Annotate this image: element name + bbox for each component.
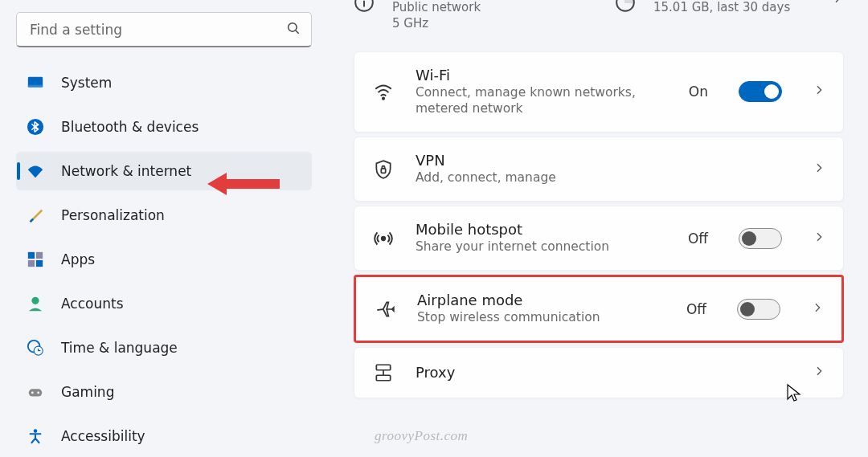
- chevron-right-icon: [813, 365, 825, 381]
- svg-point-15: [34, 429, 38, 433]
- paintbrush-icon: [26, 206, 45, 225]
- chevron-right-icon: [813, 84, 825, 100]
- sidebar-item-network[interactable]: Network & internet: [16, 152, 312, 190]
- airplane-highlight: Airplane mode Stop wireless communicatio…: [354, 275, 844, 343]
- sidebar-item-label: System: [61, 75, 112, 91]
- airplane-toggle[interactable]: [737, 299, 780, 320]
- svg-rect-7: [28, 260, 35, 267]
- gamepad-icon: [26, 382, 45, 402]
- card-title: VPN: [416, 152, 782, 169]
- sidebar-item-gaming[interactable]: Gaming: [16, 373, 312, 411]
- data-usage-icon: [615, 0, 636, 16]
- sidebar-item-system[interactable]: System: [16, 63, 312, 102]
- person-icon: [26, 294, 45, 313]
- svg-line-1: [296, 31, 299, 34]
- card-title: Proxy: [416, 364, 782, 381]
- card-title: Airplane mode: [417, 292, 665, 308]
- search-input[interactable]: [16, 12, 312, 47]
- hotspot-icon: [372, 228, 395, 249]
- search-field: [16, 12, 312, 47]
- sidebar-item-accounts[interactable]: Accounts: [16, 284, 312, 323]
- data-usage-tile[interactable]: Data usage 15.01 GB, last 30 days: [615, 0, 844, 32]
- proxy-card[interactable]: Proxy: [354, 347, 844, 398]
- card-sub: Stop wireless communication: [417, 309, 665, 326]
- card-sub: Add, connect, manage: [416, 169, 782, 186]
- sidebar-item-label: Accessibility: [61, 428, 145, 444]
- tile-sub: 5 GHz: [392, 15, 481, 31]
- chevron-right-icon: [813, 161, 825, 177]
- wifi-toggle[interactable]: [739, 81, 782, 102]
- svg-rect-23: [376, 365, 390, 370]
- sidebar-item-accessibility[interactable]: Accessibility: [16, 417, 312, 455]
- card-title: Mobile hotspot: [416, 221, 667, 238]
- wifi-icon: [26, 161, 45, 181]
- airplane-card[interactable]: Airplane mode Stop wireless communicatio…: [356, 277, 841, 341]
- card-sub: Share your internet connection: [416, 239, 667, 255]
- airplane-icon: [374, 299, 396, 320]
- sidebar-item-label: Personalization: [61, 207, 165, 223]
- card-title: Wi-Fi: [416, 67, 668, 84]
- svg-rect-24: [376, 375, 390, 381]
- info-icon: [354, 0, 375, 16]
- hotspot-toggle[interactable]: [739, 228, 782, 249]
- svg-rect-5: [28, 252, 35, 259]
- wifi-card[interactable]: Wi-Fi Connect, manage known networks, me…: [354, 51, 844, 133]
- wifi-state-label: On: [689, 84, 708, 100]
- apps-icon: [26, 250, 45, 269]
- sidebar-item-label: Bluetooth & devices: [61, 119, 199, 135]
- sidebar-item-personalization[interactable]: Personalization: [16, 196, 312, 235]
- svg-point-20: [383, 98, 384, 100]
- card-sub: Connect, manage known networks, metered …: [416, 84, 668, 118]
- svg-rect-3: [28, 85, 43, 88]
- sidebar-item-time[interactable]: Time & language: [16, 328, 312, 367]
- svg-rect-21: [381, 169, 385, 173]
- sidebar-item-label: Network & internet: [61, 163, 191, 179]
- chevron-right-icon: [813, 231, 825, 247]
- chevron-right-icon: [811, 301, 824, 317]
- svg-point-9: [31, 297, 39, 304]
- chevron-right-icon: [831, 0, 844, 8]
- search-icon: [286, 21, 301, 39]
- proxy-icon: [372, 362, 395, 383]
- system-icon: [26, 73, 45, 92]
- sidebar-item-label: Gaming: [61, 384, 114, 400]
- svg-rect-12: [29, 389, 43, 396]
- globe-clock-icon: [26, 338, 45, 357]
- hotspot-card[interactable]: Mobile hotspot Share your internet conne…: [354, 206, 844, 271]
- tile-sub: 15.01 GB, last 30 days: [653, 0, 790, 15]
- airplane-state-label: Off: [686, 301, 706, 317]
- tile-sub: Public network: [392, 0, 481, 15]
- sidebar-item-apps[interactable]: Apps: [16, 240, 312, 279]
- sidebar-item-bluetooth[interactable]: Bluetooth & devices: [16, 108, 312, 146]
- vpn-card[interactable]: VPN Add, connect, manage: [354, 137, 844, 202]
- bluetooth-icon: [26, 117, 45, 137]
- svg-point-14: [37, 392, 39, 394]
- shield-lock-icon: [372, 159, 395, 180]
- svg-point-13: [31, 392, 34, 394]
- sidebar-item-label: Apps: [61, 251, 95, 267]
- sidebar-item-label: Accounts: [61, 296, 124, 312]
- svg-rect-6: [36, 252, 43, 259]
- wifi-icon: [372, 81, 395, 102]
- svg-rect-8: [36, 260, 43, 267]
- svg-point-22: [382, 237, 385, 240]
- hotspot-state-label: Off: [688, 231, 708, 247]
- sidebar-item-label: Time & language: [61, 340, 178, 356]
- accessibility-icon: [26, 426, 45, 446]
- properties-tile[interactable]: Properties Public network 5 GHz: [354, 0, 583, 32]
- svg-point-0: [289, 23, 297, 32]
